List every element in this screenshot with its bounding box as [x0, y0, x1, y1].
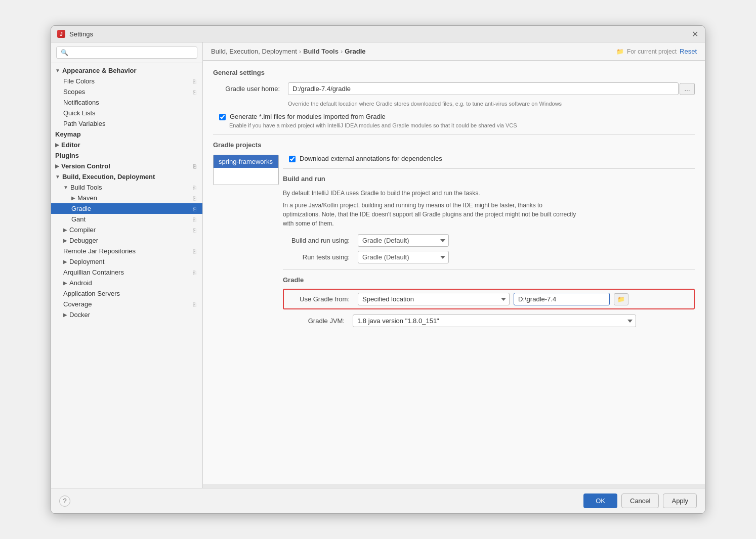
build-run-dropdown[interactable]: Gradle (Default) IntelliJ IDEA — [358, 234, 449, 247]
search-input[interactable] — [56, 47, 197, 59]
expand-arrow: ▼ — [55, 68, 60, 73]
sidebar-item-gant[interactable]: Gant ⎘ — [51, 214, 202, 224]
download-annotations-label: Download external annotations for depend… — [300, 155, 442, 162]
sidebar-item-arquillian[interactable]: Arquillian Containers ⎘ — [51, 267, 202, 278]
build-run-desc2: In a pure Java/Kotlin project, building … — [283, 201, 695, 228]
search-box — [51, 42, 202, 63]
sidebar-item-app-servers[interactable]: Application Servers — [51, 288, 202, 299]
build-run-title: Build and run — [283, 175, 695, 183]
for-current-project: For current project — [627, 48, 677, 55]
sidebar-item-path-variables[interactable]: Path Variables — [51, 118, 202, 129]
sidebar-item-android[interactable]: ▶ Android — [51, 278, 202, 288]
sidebar-item-version-control[interactable]: ▶ Version Control ⎘ — [51, 161, 202, 171]
sidebar-item-debugger[interactable]: ▶ Debugger — [51, 235, 202, 246]
gradle-home-hint: Override the default location where Grad… — [288, 100, 695, 108]
download-annotations-row: Download external annotations for depend… — [289, 155, 695, 162]
jvm-dropdown[interactable]: 1.8 java version "1.8.0_151" — [353, 315, 636, 327]
sidebar-item-scopes[interactable]: Scopes ⎘ — [51, 86, 202, 97]
general-settings-title: General settings — [213, 69, 695, 76]
sidebar-item-build-tools[interactable]: ▼ Build Tools ⎘ — [51, 182, 202, 193]
breadcrumb: Build, Execution, Deployment › Build Too… — [211, 48, 366, 55]
settings-area: General settings Gradle user home: … Ove… — [203, 61, 705, 484]
project-item[interactable]: spring-frameworks — [214, 155, 278, 168]
copy-icon: ⎘ — [193, 301, 196, 307]
ok-button[interactable]: OK — [583, 493, 617, 508]
location-input[interactable] — [514, 293, 610, 305]
gradle-projects-row: spring-frameworks Download external anno… — [213, 155, 695, 331]
run-tests-label: Run tests using: — [283, 253, 354, 261]
sidebar-item-quick-lists[interactable]: Quick Lists — [51, 108, 202, 118]
location-browse-button[interactable]: 📁 — [614, 293, 628, 305]
main-content: ▼ Appearance & Behavior File Colors ⎘ Sc… — [51, 42, 705, 488]
sidebar-item-compiler[interactable]: ▶ Compiler ⎘ — [51, 224, 202, 235]
app-icon: J — [57, 30, 65, 38]
sidebar-item-maven[interactable]: ▶ Maven ⎘ — [51, 193, 202, 203]
expand-arrow: ▶ — [63, 280, 67, 286]
bottom-bar: ? OK Cancel Apply — [51, 488, 705, 513]
run-tests-row: Run tests using: Gradle (Default) Intell… — [283, 251, 695, 263]
generate-iml-hint: Enable if you have a mixed project with … — [229, 122, 695, 128]
copy-icon: ⎘ — [193, 163, 196, 169]
run-tests-dropdown[interactable]: Gradle (Default) IntelliJ IDEA — [358, 251, 449, 263]
action-buttons: OK Cancel Apply — [583, 493, 697, 508]
generate-iml-row: Generate *.iml files for modules importe… — [219, 113, 695, 120]
breadcrumb-bar: Build, Execution, Deployment › Build Too… — [203, 42, 705, 61]
gradle-user-home-label: Gradle user home: — [213, 85, 284, 93]
copy-icon: ⎘ — [193, 195, 196, 201]
project-list: spring-frameworks — [213, 155, 279, 185]
help-button[interactable]: ? — [59, 496, 70, 507]
sidebar-item-notifications[interactable]: Notifications — [51, 97, 202, 108]
copy-icon: ⎘ — [193, 78, 196, 84]
sidebar-item-deployment[interactable]: ▶ Deployment — [51, 256, 202, 267]
separator-2 — [283, 168, 695, 169]
expand-arrow: ▼ — [55, 174, 60, 179]
expand-arrow: ▶ — [63, 238, 67, 243]
sidebar-item-file-colors[interactable]: File Colors ⎘ — [51, 76, 202, 86]
sidebar-item-remote-jar[interactable]: Remote Jar Repositories ⎘ — [51, 246, 202, 256]
main-panel: Build, Execution, Deployment › Build Too… — [203, 42, 705, 488]
build-run-label: Build and run using: — [283, 237, 354, 244]
scrollbar[interactable] — [203, 484, 705, 488]
expand-arrow: ▼ — [63, 185, 68, 190]
breadcrumb-current: Gradle — [345, 48, 365, 55]
build-run-using-row: Build and run using: Gradle (Default) In… — [283, 234, 695, 247]
sidebar-item-editor[interactable]: ▶ Editor — [51, 140, 202, 150]
sidebar-item-keymap[interactable]: Keymap — [51, 129, 202, 140]
expand-arrow: ▶ — [55, 163, 59, 169]
settings-dialog: J Settings ✕ ▼ Appearance & Behavior Fil… — [51, 25, 705, 514]
download-annotations-checkbox[interactable] — [289, 156, 296, 162]
use-gradle-label: Use Gradle from: — [288, 295, 354, 303]
copy-icon: ⎘ — [193, 227, 196, 233]
copy-icon: ⎘ — [193, 89, 196, 95]
breadcrumb-part-2: Build Tools — [303, 48, 339, 55]
expand-arrow: ▶ — [63, 227, 67, 233]
copy-icon: ⎘ — [193, 206, 196, 212]
expand-arrow: ▶ — [55, 142, 59, 148]
sidebar-item-plugins[interactable]: Plugins — [51, 150, 202, 161]
copy-icon: ⎘ — [193, 185, 196, 191]
gradle-jvm-row: Gradle JVM: 1.8 java version "1.8.0_151" — [283, 315, 695, 327]
sidebar-item-coverage[interactable]: Coverage ⎘ — [51, 299, 202, 309]
gradle-user-home-input[interactable] — [288, 82, 679, 95]
close-button[interactable]: ✕ — [691, 30, 699, 38]
cancel-button[interactable]: Cancel — [621, 493, 659, 508]
reset-link[interactable]: Reset — [680, 48, 697, 55]
sidebar-item-gradle[interactable]: Gradle ⎘ — [51, 203, 202, 214]
breadcrumb-sep-1: › — [299, 48, 301, 55]
copy-icon: ⎘ — [193, 216, 196, 222]
breadcrumb-part-1: Build, Execution, Deployment — [211, 48, 297, 55]
use-gradle-dropdown[interactable]: Specified location Wrapper Local install… — [358, 293, 510, 305]
generate-iml-checkbox[interactable] — [219, 114, 226, 120]
sidebar-item-docker[interactable]: ▶ Docker — [51, 309, 202, 320]
sidebar-item-build-exec[interactable]: ▼ Build, Execution, Deployment — [51, 171, 202, 182]
use-gradle-row: Use Gradle from: Specified location Wrap… — [283, 289, 695, 309]
copy-icon: ⎘ — [193, 270, 196, 276]
sidebar-item-appearance[interactable]: ▼ Appearance & Behavior — [51, 65, 202, 76]
expand-arrow: ▶ — [63, 312, 67, 318]
sidebar-tree: ▼ Appearance & Behavior File Colors ⎘ Sc… — [51, 63, 202, 488]
folder-icon: 📁 — [616, 48, 624, 55]
gradle-user-home-group: … — [288, 82, 695, 95]
copy-icon: ⎘ — [193, 248, 196, 254]
apply-button[interactable]: Apply — [663, 493, 697, 508]
browse-button[interactable]: … — [680, 83, 695, 95]
